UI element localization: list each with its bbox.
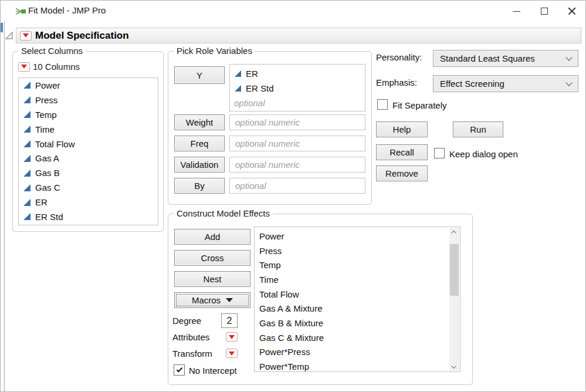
window-title: Fit Model - JMP Pro <box>28 5 106 15</box>
emphasis-label: Emphasis: <box>376 77 417 87</box>
effect-item[interactable]: Press <box>255 244 460 258</box>
transform-menu-button[interactable] <box>226 349 238 358</box>
select-columns-title: Select Columns <box>18 46 86 56</box>
list-item[interactable]: Gas C <box>19 180 158 195</box>
disclosure-triangle-icon[interactable] <box>4 30 15 43</box>
validation-role-button[interactable]: Validation <box>174 157 225 173</box>
y-role-listbox[interactable]: ER ER Std optional <box>229 64 365 111</box>
close-button[interactable] <box>558 1 585 22</box>
continuous-column-icon <box>23 125 31 133</box>
run-button[interactable]: Run <box>453 121 503 137</box>
chevron-down-icon <box>565 79 572 86</box>
fit-model-window: Fit Model - JMP Pro Model Specification … <box>0 0 586 392</box>
list-item[interactable]: Gas B <box>19 165 158 180</box>
effect-item[interactable]: Gas B & Mixture <box>255 316 460 330</box>
continuous-column-icon <box>23 81 31 89</box>
scrollbar-down-button[interactable] <box>449 361 459 371</box>
effect-item[interactable]: Power*Temp <box>255 359 460 372</box>
continuous-column-icon <box>23 96 31 104</box>
continuous-column-icon <box>23 212 31 221</box>
effect-item[interactable]: Temp <box>255 258 460 272</box>
y-role-placeholder: optional <box>234 98 265 108</box>
weight-role-button[interactable]: Weight <box>174 114 225 130</box>
by-role-button[interactable]: By <box>174 178 225 194</box>
columns-count-label: 10 Columns <box>33 62 80 72</box>
validation-role-field[interactable]: optional numeric <box>229 157 365 173</box>
continuous-column-icon <box>23 184 31 192</box>
construct-model-effects-group: Construct Model Effects Add Cross Nest M… <box>168 214 473 385</box>
title-bar: Fit Model - JMP Pro <box>1 1 585 22</box>
effects-scrollbar[interactable] <box>449 228 459 371</box>
list-item[interactable]: ER Std <box>19 209 158 224</box>
background-window-sliver <box>1 23 3 32</box>
remove-button[interactable]: Remove <box>376 165 428 181</box>
freq-role-button[interactable]: Freq <box>174 136 225 151</box>
list-item[interactable]: Press <box>19 93 158 107</box>
dropdown-triangle-icon <box>226 298 233 302</box>
attributes-menu-button[interactable] <box>226 332 238 342</box>
help-button[interactable]: Help <box>376 121 428 137</box>
list-item[interactable]: Gas A <box>19 151 158 165</box>
scrollbar-up-button[interactable] <box>449 228 459 238</box>
transform-label: Transform <box>172 349 212 359</box>
recall-button[interactable]: Recall <box>376 144 428 160</box>
red-triangle-icon <box>229 335 235 339</box>
effect-item[interactable]: Time <box>255 272 460 287</box>
model-effects-listbox[interactable]: Power Press Temp Time Total Flow Gas A &… <box>254 227 460 372</box>
effect-item[interactable]: Gas A & Mixture <box>255 301 460 316</box>
add-button[interactable]: Add <box>174 229 250 245</box>
maximize-button[interactable] <box>530 1 558 22</box>
macros-button[interactable]: Macros <box>174 292 250 308</box>
columns-listbox[interactable]: Power Press Temp Time Total Flow Gas A G… <box>18 77 158 225</box>
model-specification-header: Model Specification <box>16 28 581 43</box>
no-intercept-label: No Intercept <box>189 366 237 376</box>
columns-menu-button[interactable] <box>18 62 30 72</box>
freq-role-field[interactable]: optional numeric <box>229 136 365 151</box>
degree-label: Degree <box>172 316 201 326</box>
y-role-item[interactable]: ER Std <box>230 81 365 96</box>
degree-input[interactable]: 2 <box>221 313 238 328</box>
scrollbar-thumb[interactable] <box>450 244 459 296</box>
close-icon <box>567 6 577 16</box>
continuous-column-icon <box>23 198 31 207</box>
y-role-button[interactable]: Y <box>174 66 225 84</box>
pick-role-variables-title: Pick Role Variables <box>174 46 255 56</box>
fit-separately-checkbox[interactable] <box>377 99 388 110</box>
red-triangle-icon <box>21 65 27 69</box>
scroll-up-icon <box>451 230 456 235</box>
list-item[interactable]: Temp <box>19 107 158 122</box>
effect-item[interactable]: Power*Press <box>255 345 460 360</box>
jmp-fit-model-icon <box>15 7 26 18</box>
continuous-column-icon <box>23 110 31 119</box>
checkmark-icon <box>176 366 182 373</box>
minimize-button[interactable] <box>503 1 530 22</box>
keep-dialog-open-label: Keep dialog open <box>449 149 518 159</box>
pick-role-variables-group: Pick Role Variables Y ER ER Std optional… <box>168 51 372 205</box>
continuous-column-icon <box>234 70 242 77</box>
effect-item[interactable]: Gas C & Mixture <box>255 330 460 345</box>
list-item[interactable]: Power <box>19 78 158 93</box>
continuous-column-icon <box>234 85 242 92</box>
by-role-field[interactable]: optional <box>229 178 365 194</box>
personality-select[interactable]: Standard Least Squares <box>433 50 578 67</box>
list-item[interactable]: Time <box>19 122 158 137</box>
y-role-item[interactable]: ER <box>230 66 365 81</box>
nest-button[interactable]: Nest <box>174 271 250 287</box>
weight-role-field[interactable]: optional numeric <box>229 114 365 130</box>
red-triangle-icon <box>229 352 235 356</box>
model-specification-menu-button[interactable] <box>20 31 32 40</box>
attributes-label: Attributes <box>172 332 209 342</box>
minimize-icon <box>513 11 520 12</box>
no-intercept-checkbox[interactable] <box>174 364 185 376</box>
cross-button[interactable]: Cross <box>174 250 250 266</box>
columns-menu[interactable]: 10 Columns <box>18 62 80 72</box>
keep-dialog-open-checkbox[interactable] <box>434 148 445 158</box>
list-item[interactable]: Total Flow <box>19 137 158 151</box>
red-triangle-icon <box>23 33 29 38</box>
page-title: Model Specification <box>35 30 129 42</box>
effect-item[interactable]: Power <box>255 229 460 244</box>
list-item[interactable]: ER <box>19 195 158 209</box>
fit-separately-label: Fit Separately <box>392 100 447 110</box>
effect-item[interactable]: Total Flow <box>255 287 460 302</box>
emphasis-select[interactable]: Effect Screening <box>433 75 578 92</box>
